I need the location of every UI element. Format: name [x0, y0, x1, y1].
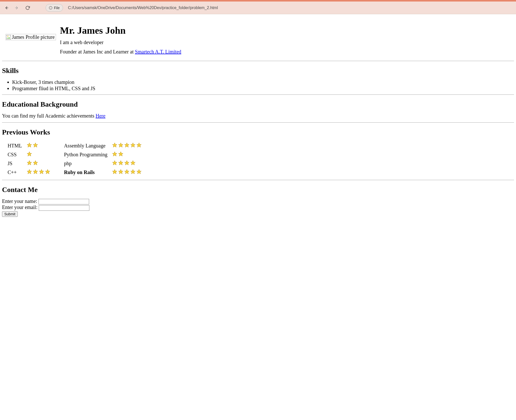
work-stars: [25, 160, 52, 167]
work-label: Python Programming: [63, 151, 109, 159]
star-rating: [27, 160, 38, 166]
submit-button[interactable]: Submit: [2, 211, 18, 217]
star-icon: [118, 142, 124, 148]
star-icon: [27, 151, 32, 157]
divider: [2, 180, 514, 180]
name-label: Enter your name:: [2, 198, 37, 204]
star-rating: [27, 169, 50, 175]
divider: [2, 94, 514, 95]
contact-form: Enter your name: Enter your email: Submi…: [2, 198, 514, 217]
work-stars: [110, 142, 143, 150]
education-text: You can find my full Academic achievemen…: [2, 113, 514, 119]
svg-marker-17: [118, 152, 123, 156]
url-scheme-label: File: [54, 6, 60, 10]
svg-marker-29: [118, 169, 123, 174]
star-rating: [112, 151, 124, 157]
star-icon: [130, 169, 136, 175]
star-icon: [118, 160, 124, 166]
svg-marker-24: [27, 169, 32, 174]
work-stars: [110, 168, 143, 176]
back-button[interactable]: [4, 5, 9, 11]
profile-image-alt: James Profile picture: [12, 34, 55, 40]
tagline: I am a web developer: [60, 40, 181, 45]
svg-marker-13: [131, 143, 135, 147]
list-item: Programmer fliud in HTML, CSS and JS: [12, 86, 514, 91]
star-rating: [112, 169, 142, 175]
page-title: Mr. James John: [60, 25, 181, 36]
star-icon: [124, 169, 130, 175]
works-heading: Previous Works: [2, 128, 514, 136]
star-icon: [124, 160, 130, 166]
svg-marker-8: [27, 143, 32, 147]
work-label: Assembly Language: [63, 142, 109, 150]
star-icon: [33, 169, 38, 175]
table-row: HTMLAssembly Language: [6, 142, 143, 150]
svg-marker-27: [45, 169, 50, 174]
star-rating: [112, 142, 142, 148]
works-table: HTMLAssembly LanguageCSSPython Programmi…: [5, 141, 145, 177]
founder-line: Founder at James Inc and Learner at Smar…: [60, 49, 181, 55]
work-label: C++: [6, 168, 24, 176]
education-link[interactable]: Here: [96, 113, 106, 119]
star-icon: [136, 142, 142, 148]
svg-marker-26: [39, 169, 44, 174]
work-stars: [25, 168, 52, 176]
svg-marker-23: [131, 161, 135, 165]
work-stars: [25, 151, 52, 159]
star-icon: [112, 142, 117, 148]
divider: [2, 61, 514, 61]
star-icon: [33, 160, 38, 166]
divider: [2, 122, 514, 123]
contact-heading: Contact Me: [2, 186, 514, 194]
name-input[interactable]: [38, 199, 89, 204]
work-label: JS: [6, 160, 24, 167]
email-label: Enter your email:: [2, 204, 37, 210]
work-stars: [25, 142, 52, 150]
svg-marker-31: [131, 169, 135, 174]
star-icon: [112, 169, 117, 175]
info-icon: [49, 6, 52, 10]
browser-toolbar: File C:/Users/samsk/OneDrive/Documents/W…: [0, 0, 516, 14]
skills-heading: Skills: [2, 67, 514, 75]
email-input[interactable]: [39, 205, 89, 211]
work-stars: [110, 151, 143, 159]
company-link[interactable]: Smartech A.T. Limited: [135, 49, 181, 54]
svg-marker-11: [118, 143, 123, 147]
star-icon: [39, 169, 44, 175]
svg-marker-14: [137, 143, 141, 147]
star-icon: [27, 169, 32, 175]
star-rating: [112, 160, 136, 166]
svg-marker-9: [33, 143, 38, 147]
star-icon: [33, 142, 38, 148]
broken-image-icon: [6, 35, 11, 40]
work-stars: [110, 160, 143, 167]
url-scheme-chip[interactable]: File: [46, 4, 63, 12]
svg-point-7: [7, 36, 8, 37]
star-icon: [130, 160, 136, 166]
table-row: C++Ruby on Rails: [6, 168, 143, 176]
svg-marker-12: [125, 143, 129, 147]
reload-button[interactable]: [25, 5, 30, 11]
svg-marker-10: [112, 143, 117, 147]
star-icon: [112, 151, 117, 157]
svg-marker-32: [137, 169, 141, 174]
star-icon: [124, 142, 130, 148]
forward-button[interactable]: [14, 5, 20, 11]
star-icon: [118, 151, 124, 157]
svg-marker-25: [33, 169, 38, 174]
star-rating: [27, 142, 38, 148]
table-row: CSSPython Programming: [6, 151, 143, 159]
work-label: Ruby on Rails: [63, 168, 109, 176]
education-heading: Educational Background: [2, 100, 514, 108]
work-label: php: [63, 160, 109, 167]
list-item: Kick-Boxer, 3 times champion: [12, 79, 514, 85]
svg-marker-28: [112, 169, 117, 174]
svg-marker-15: [27, 152, 32, 156]
profile-image-broken: James Profile picture: [6, 34, 56, 40]
svg-marker-22: [125, 161, 129, 165]
address-bar-url[interactable]: C:/Users/samsk/OneDrive/Documents/Web%20…: [68, 6, 218, 10]
star-icon: [136, 169, 142, 175]
star-icon: [130, 142, 136, 148]
svg-marker-21: [118, 161, 123, 165]
star-icon: [45, 169, 50, 175]
